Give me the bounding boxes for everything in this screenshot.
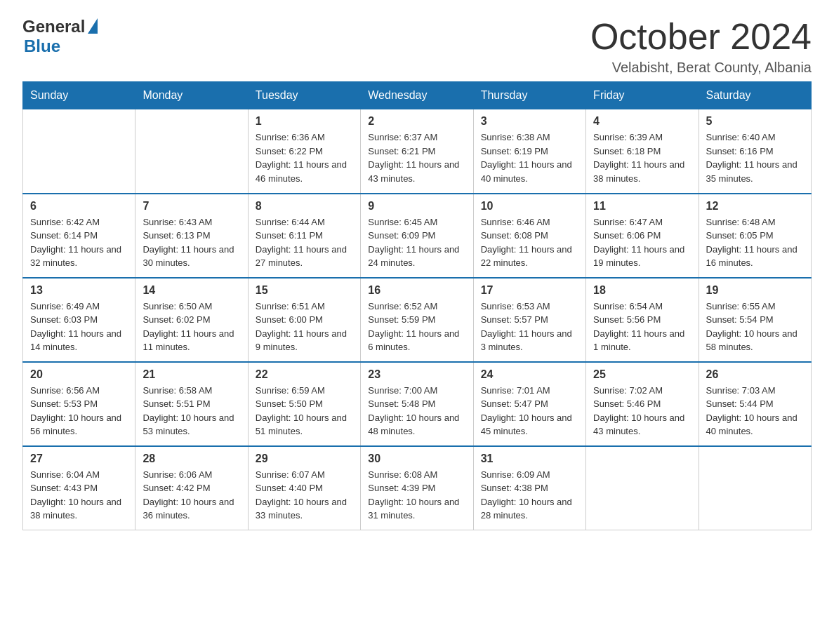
day-number: 28 [143,452,240,465]
table-row: 24Sunrise: 7:01 AMSunset: 5:47 PMDayligh… [473,362,585,446]
day-number: 10 [481,200,578,213]
day-info: Sunrise: 6:40 AMSunset: 6:16 PMDaylight:… [706,130,804,185]
table-row [699,446,811,530]
day-info: Sunrise: 6:08 AMSunset: 4:39 PMDaylight:… [368,468,465,523]
calendar-header-row: Sunday Monday Tuesday Wednesday Thursday… [23,82,812,109]
table-row: 31Sunrise: 6:09 AMSunset: 4:38 PMDayligh… [473,446,585,530]
day-number: 6 [30,200,128,213]
col-thursday: Thursday [473,82,585,109]
day-info: Sunrise: 6:53 AMSunset: 5:57 PMDaylight:… [481,300,578,354]
day-info: Sunrise: 6:52 AMSunset: 5:59 PMDaylight:… [368,300,465,354]
day-info: Sunrise: 6:37 AMSunset: 6:21 PMDaylight:… [368,130,465,185]
table-row: 8Sunrise: 6:44 AMSunset: 6:11 PMDaylight… [248,194,360,278]
day-number: 2 [368,115,465,128]
day-number: 15 [256,284,353,297]
day-number: 20 [30,368,128,381]
day-info: Sunrise: 6:56 AMSunset: 5:53 PMDaylight:… [30,384,128,438]
day-number: 13 [30,284,128,297]
table-row: 25Sunrise: 7:02 AMSunset: 5:46 PMDayligh… [586,362,699,446]
table-row: 1Sunrise: 6:36 AMSunset: 6:22 PMDaylight… [248,109,360,194]
day-info: Sunrise: 6:50 AMSunset: 6:02 PMDaylight:… [143,300,240,354]
calendar-week-row: 27Sunrise: 6:04 AMSunset: 4:43 PMDayligh… [23,446,812,530]
day-number: 18 [593,284,691,297]
calendar-week-row: 13Sunrise: 6:49 AMSunset: 6:03 PMDayligh… [23,278,812,362]
day-info: Sunrise: 6:38 AMSunset: 6:19 PMDaylight:… [481,130,578,185]
day-number: 5 [706,115,804,128]
table-row: 10Sunrise: 6:46 AMSunset: 6:08 PMDayligh… [473,194,585,278]
day-number: 4 [593,115,691,128]
table-row [23,109,135,194]
day-info: Sunrise: 6:36 AMSunset: 6:22 PMDaylight:… [256,130,353,185]
col-wednesday: Wednesday [361,82,473,109]
day-info: Sunrise: 6:43 AMSunset: 6:13 PMDaylight:… [143,215,240,270]
table-row: 30Sunrise: 6:08 AMSunset: 4:39 PMDayligh… [361,446,473,530]
day-number: 11 [593,200,691,213]
day-info: Sunrise: 7:02 AMSunset: 5:46 PMDaylight:… [593,384,691,438]
day-info: Sunrise: 6:51 AMSunset: 6:00 PMDaylight:… [256,300,353,354]
calendar-week-row: 1Sunrise: 6:36 AMSunset: 6:22 PMDaylight… [23,109,812,194]
day-number: 26 [706,368,804,381]
day-info: Sunrise: 7:00 AMSunset: 5:48 PMDaylight:… [368,384,465,438]
table-row: 21Sunrise: 6:58 AMSunset: 5:51 PMDayligh… [135,362,248,446]
day-number: 14 [143,284,240,297]
table-row [135,109,248,194]
day-number: 1 [256,115,353,128]
col-monday: Monday [135,82,248,109]
day-info: Sunrise: 6:42 AMSunset: 6:14 PMDaylight:… [30,215,128,270]
table-row: 20Sunrise: 6:56 AMSunset: 5:53 PMDayligh… [23,362,135,446]
day-info: Sunrise: 6:06 AMSunset: 4:42 PMDaylight:… [143,468,240,523]
table-row: 17Sunrise: 6:53 AMSunset: 5:57 PMDayligh… [473,278,585,362]
col-tuesday: Tuesday [248,82,360,109]
day-info: Sunrise: 6:44 AMSunset: 6:11 PMDaylight:… [256,215,353,270]
table-row: 12Sunrise: 6:48 AMSunset: 6:05 PMDayligh… [699,194,811,278]
table-row: 26Sunrise: 7:03 AMSunset: 5:44 PMDayligh… [699,362,811,446]
day-number: 8 [256,200,353,213]
day-info: Sunrise: 6:07 AMSunset: 4:40 PMDaylight:… [256,468,353,523]
logo-general-text: General [22,17,85,36]
day-info: Sunrise: 6:09 AMSunset: 4:38 PMDaylight:… [481,468,578,523]
col-friday: Friday [586,82,699,109]
day-number: 23 [368,368,465,381]
day-number: 27 [30,452,128,465]
day-number: 12 [706,200,804,213]
table-row: 15Sunrise: 6:51 AMSunset: 6:00 PMDayligh… [248,278,360,362]
day-number: 3 [481,115,578,128]
page-header: General Blue October 2024 Velabisht, Ber… [22,17,812,76]
table-row: 22Sunrise: 6:59 AMSunset: 5:50 PMDayligh… [248,362,360,446]
table-row: 23Sunrise: 7:00 AMSunset: 5:48 PMDayligh… [361,362,473,446]
table-row: 9Sunrise: 6:45 AMSunset: 6:09 PMDaylight… [361,194,473,278]
location-title: Velabisht, Berat County, Albania [590,60,812,76]
day-info: Sunrise: 6:04 AMSunset: 4:43 PMDaylight:… [30,468,128,523]
table-row: 18Sunrise: 6:54 AMSunset: 5:56 PMDayligh… [586,278,699,362]
table-row: 6Sunrise: 6:42 AMSunset: 6:14 PMDaylight… [23,194,135,278]
day-info: Sunrise: 6:59 AMSunset: 5:50 PMDaylight:… [256,384,353,438]
logo: General Blue [22,17,99,56]
day-info: Sunrise: 7:03 AMSunset: 5:44 PMDaylight:… [706,384,804,438]
table-row: 4Sunrise: 6:39 AMSunset: 6:18 PMDaylight… [586,109,699,194]
day-info: Sunrise: 6:55 AMSunset: 5:54 PMDaylight:… [706,300,804,354]
day-number: 24 [481,368,578,381]
table-row: 29Sunrise: 6:07 AMSunset: 4:40 PMDayligh… [248,446,360,530]
table-row: 2Sunrise: 6:37 AMSunset: 6:21 PMDaylight… [361,109,473,194]
logo-triangle-icon [88,18,98,34]
logo-blue-text: Blue [24,36,60,55]
table-row: 3Sunrise: 6:38 AMSunset: 6:19 PMDaylight… [473,109,585,194]
day-number: 17 [481,284,578,297]
calendar-week-row: 20Sunrise: 6:56 AMSunset: 5:53 PMDayligh… [23,362,812,446]
day-number: 30 [368,452,465,465]
table-row: 19Sunrise: 6:55 AMSunset: 5:54 PMDayligh… [699,278,811,362]
table-row: 16Sunrise: 6:52 AMSunset: 5:59 PMDayligh… [361,278,473,362]
day-info: Sunrise: 6:58 AMSunset: 5:51 PMDaylight:… [143,384,240,438]
month-title: October 2024 [590,17,812,57]
table-row: 11Sunrise: 6:47 AMSunset: 6:06 PMDayligh… [586,194,699,278]
col-saturday: Saturday [699,82,811,109]
day-info: Sunrise: 6:45 AMSunset: 6:09 PMDaylight:… [368,215,465,270]
day-number: 7 [143,200,240,213]
day-number: 19 [706,284,804,297]
day-number: 21 [143,368,240,381]
day-info: Sunrise: 6:48 AMSunset: 6:05 PMDaylight:… [706,215,804,270]
day-info: Sunrise: 7:01 AMSunset: 5:47 PMDaylight:… [481,384,578,438]
table-row: 27Sunrise: 6:04 AMSunset: 4:43 PMDayligh… [23,446,135,530]
title-section: October 2024 Velabisht, Berat County, Al… [590,17,812,76]
day-number: 31 [481,452,578,465]
